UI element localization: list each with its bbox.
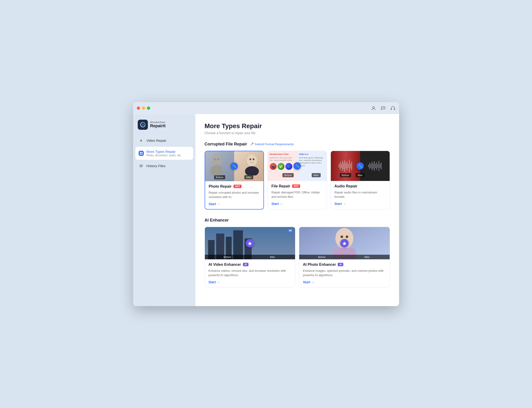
svg-point-24 <box>253 158 254 160</box>
svg-rect-9 <box>141 152 143 153</box>
sidebar-item-more-types-repair[interactable]: More Types Repair Photo, document, audio… <box>135 147 193 160</box>
audio-after-waveform: After <box>360 151 390 181</box>
svg-rect-11 <box>141 153 143 155</box>
audio-repair-start[interactable]: Start → <box>334 202 386 206</box>
user-icon[interactable] <box>371 106 376 111</box>
file-repair-badge: HOT <box>292 184 300 188</box>
svg-rect-14 <box>140 167 142 167</box>
corrupted-cards-grid: Before A <box>205 151 390 210</box>
photo-repair-badge: HOT <box>234 185 242 188</box>
ai-photo-desc: Enhance images, optimize portraits, and … <box>303 269 386 278</box>
audio-repair-tool-icon: 🔧 <box>357 162 364 170</box>
ai-photo-image: Before After <box>299 227 390 259</box>
audio-repair-image: Before <box>331 151 390 181</box>
svg-rect-13 <box>140 166 143 166</box>
ai-video-title: AI Video Enhancer <box>209 263 241 267</box>
svg-point-58 <box>346 235 348 238</box>
svg-point-0 <box>373 107 375 108</box>
ai-video-enhancer-card[interactable]: 4K Before After <box>205 227 296 288</box>
ai-photo-content: AI Photo Enhancer AI Enhance images, opt… <box>299 259 390 287</box>
ai-section-title: AI Enhancer <box>205 218 229 223</box>
photo-repair-tool-icon: 🔧 <box>230 162 238 170</box>
sidebar: Wondershare Repairit Video Repair <box>133 114 195 306</box>
ai-cards-grid: 4K Before After <box>205 227 390 288</box>
sidebar-logo: Wondershare Repairit <box>133 118 195 135</box>
file-repair-card[interactable]: Wondershare Virbo powerful AI video gene… <box>268 151 327 210</box>
svg-rect-5 <box>394 109 395 110</box>
ai-photo-enhancer-card[interactable]: Before After AI Photo Enhancer AI Enhanc… <box>299 227 390 288</box>
peh-right-panel <box>344 227 390 259</box>
photo-before-label: Before <box>214 175 225 179</box>
more-types-repair-sublabel: Photo, document, audio, etc. <box>147 154 182 157</box>
video-labels: Before After <box>205 255 295 259</box>
minimize-button[interactable] <box>142 107 145 110</box>
ai-video-desc: Enhance videos, remove blur, and increas… <box>209 269 292 278</box>
file-before-label: Before <box>282 173 293 177</box>
sidebar-item-video-repair[interactable]: Video Repair <box>135 135 193 146</box>
file-repair-tool-icon: 🔧 <box>293 162 301 170</box>
photo-repair-title: Photo Repair <box>209 184 232 188</box>
ai-video-content: AI Video Enhancer AI Enhance videos, rem… <box>205 259 295 287</box>
svg-point-17 <box>214 158 216 160</box>
more-types-label-group: More Types Repair Photo, document, audio… <box>147 150 182 157</box>
corrupted-section-title: Corrupted File Repair <box>205 142 247 147</box>
file-after-label: After <box>312 173 321 177</box>
file-repair-image: Wondershare Virbo powerful AI video gene… <box>268 151 327 181</box>
sidebar-nav: Video Repair More Types Repair <box>133 135 195 171</box>
svg-point-23 <box>249 158 251 160</box>
photo-repair-desc: Repair corrupted photos and increase res… <box>209 190 260 199</box>
photo-enhance-icon <box>340 239 349 247</box>
photo-before: Before <box>205 151 234 181</box>
svg-rect-8 <box>140 152 141 153</box>
photo-enh-before-label: Before <box>299 255 344 259</box>
app-window: Wondershare Repairit Video Repair <box>133 102 399 306</box>
svg-point-18 <box>217 158 219 160</box>
maximize-button[interactable] <box>147 107 150 110</box>
logo-brand: Wondershare <box>150 121 166 124</box>
audio-repair-title: Audio Repair <box>334 184 358 188</box>
more-types-repair-icon <box>139 151 144 156</box>
headphones-icon[interactable] <box>390 106 395 111</box>
audio-after-label: After <box>356 173 365 177</box>
file-repair-desc: Repair damaged PDF, Office, Adobe and ar… <box>271 190 323 199</box>
svg-point-21 <box>247 154 257 166</box>
sidebar-item-history-files[interactable]: History Files <box>135 161 193 171</box>
svg-point-57 <box>340 235 343 238</box>
more-types-repair-label: More Types Repair <box>147 150 182 153</box>
photo-enh-labels: Before After <box>299 255 390 259</box>
ai-photo-title: AI Photo Enhancer <box>303 263 336 267</box>
logo-name: Repairit <box>150 124 166 128</box>
ai-photo-start[interactable]: Start → <box>303 280 386 284</box>
photo-repair-image: Before A <box>205 151 263 181</box>
video-repair-icon <box>139 138 144 143</box>
ai-video-badge: AI <box>243 263 248 266</box>
audio-repair-desc: Repair audio files in mainstream formats… <box>334 190 386 199</box>
close-button[interactable] <box>137 107 140 110</box>
history-files-label: History Files <box>147 164 166 168</box>
video-repair-label: Video Repair <box>147 138 166 143</box>
photo-repair-card[interactable]: Before A <box>205 151 264 210</box>
video-before-label: Before <box>205 255 250 259</box>
photo-enh-after-label: After <box>344 255 390 259</box>
chat-icon[interactable] <box>381 106 386 111</box>
file-repair-start[interactable]: Start → <box>271 202 323 206</box>
submit-format-link[interactable]: Submit Format Requirements <box>250 143 294 146</box>
photo-after: After <box>234 151 263 181</box>
audio-before-label: Before <box>340 173 351 177</box>
titlebar-actions <box>371 106 395 111</box>
ai-section-header: AI Enhancer <box>205 218 390 223</box>
audio-repair-content: Audio Repair Repair audio files in mains… <box>331 181 390 209</box>
ai-photo-badge: AI <box>338 263 343 266</box>
main-content: More Types Repair Choose a function to r… <box>195 114 399 306</box>
page-title: More Types Repair <box>205 122 390 130</box>
titlebar <box>133 102 399 114</box>
svg-rect-10 <box>140 153 141 155</box>
file-repair-content: File Repair HOT Repair damaged PDF, Offi… <box>268 181 327 209</box>
corrupted-section-header: Corrupted File Repair Submit Format Requ… <box>205 142 390 147</box>
photo-after-label: After <box>244 175 253 179</box>
page-subtitle: Choose a function to repair your file <box>205 131 390 135</box>
svg-rect-12 <box>140 165 143 165</box>
ai-video-start[interactable]: Start → <box>209 280 292 284</box>
audio-repair-card[interactable]: Before <box>331 151 390 210</box>
photo-repair-start[interactable]: Start → <box>209 202 260 206</box>
